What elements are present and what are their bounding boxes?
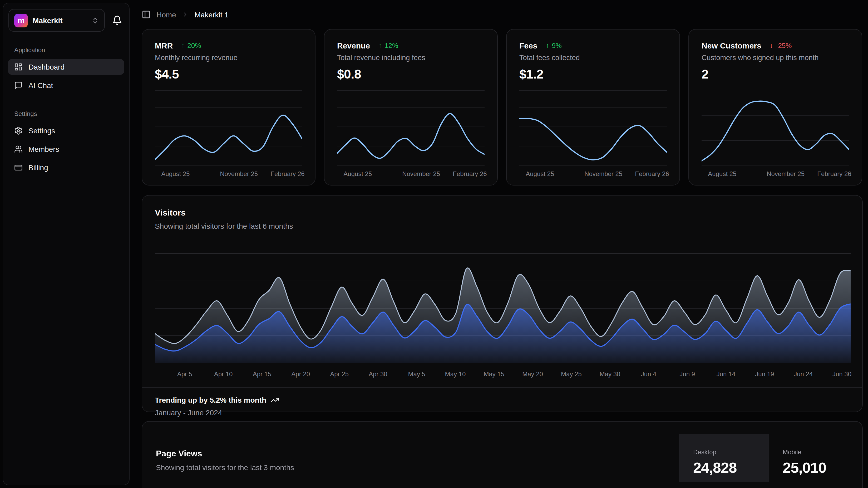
toggle-label: Desktop (693, 448, 769, 456)
sidebar-group-label: Application (8, 47, 124, 54)
chat-icon (14, 81, 23, 90)
sidebar-nav: ApplicationDashboardAI ChatSettingsSetti… (3, 32, 129, 192)
x-axis-label: Jun 14 (717, 371, 736, 378)
sidebar-item-label: Billing (28, 163, 48, 172)
stat-x-axis: August 25November 25February 26 (702, 170, 849, 179)
stat-trend-value: 12% (384, 41, 398, 50)
visitors-footer: Trending up by 5.2% this month January -… (142, 387, 862, 417)
x-axis-label: Apr 20 (291, 371, 310, 378)
x-axis-label: Jun 30 (832, 371, 851, 378)
stat-trend-badge: ↑20% (181, 41, 201, 50)
sidebar-item-members[interactable]: Members (8, 141, 124, 157)
breadcrumb-home[interactable]: Home (156, 10, 176, 19)
stat-card-new-customers: New Customers↓-25%Customers who signed u… (688, 29, 862, 185)
stat-value: $4.5 (155, 67, 302, 82)
x-axis-label: February 26 (635, 170, 669, 178)
x-axis-label: May 15 (484, 371, 504, 378)
toggle-value: 25,010 (783, 459, 858, 476)
page-views-toggle-mobile[interactable]: Mobile25,010 (769, 434, 858, 482)
x-axis-label: February 26 (817, 170, 851, 178)
x-axis-label: May 30 (600, 371, 620, 378)
stat-description: Total fees collected (519, 54, 667, 62)
stat-x-axis: August 25November 25February 26 (155, 170, 302, 179)
arrow-up-icon: ↑ (181, 41, 185, 50)
sidebar-group-label: Settings (8, 110, 124, 117)
sidebar-item-settings[interactable]: Settings (8, 123, 124, 139)
stat-trend-badge: ↓-25% (770, 41, 792, 50)
sidebar-item-label: Dashboard (28, 63, 64, 71)
sidebar-group-settings: SettingsSettingsMembersBilling (8, 110, 124, 175)
panel-left-icon (142, 10, 151, 19)
stat-x-axis: August 25November 25February 26 (519, 170, 667, 179)
stat-title: Fees (519, 41, 537, 50)
x-axis-label: November 25 (584, 170, 622, 178)
users-icon (14, 145, 23, 153)
x-axis-label: Jun 4 (641, 371, 656, 378)
x-axis-label: May 20 (522, 371, 543, 378)
breadcrumb-current: Makerkit 1 (195, 10, 228, 19)
visitors-chart: Apr 5Apr 10Apr 15Apr 20Apr 25Apr 30May 5… (155, 242, 849, 381)
page-views-toggles: Desktop24,828Mobile25,010 (679, 434, 858, 482)
stat-chart: August 25November 25February 26 (155, 104, 302, 179)
credit-card-icon (14, 163, 23, 172)
stat-value: $1.2 (519, 67, 667, 82)
visitors-card: Visitors Showing total visitors for the … (142, 195, 863, 412)
divider (519, 90, 667, 91)
x-axis-label: Jun 19 (755, 371, 774, 378)
stat-card-revenue: Revenue↑12%Total revenue including fees$… (324, 29, 498, 185)
x-axis-label: Jun 9 (679, 371, 695, 378)
x-axis-label: August 25 (343, 170, 372, 178)
visitors-trend-text: Trending up by 5.2% this month (155, 396, 266, 404)
arrow-up-icon: ↑ (546, 41, 549, 50)
arrow-up-icon: ↑ (378, 41, 382, 50)
sidebar-item-ai-chat[interactable]: AI Chat (8, 78, 124, 93)
sidebar-toggle-button[interactable] (142, 10, 151, 19)
stat-title: New Customers (702, 41, 761, 50)
sidebar-item-billing[interactable]: Billing (8, 160, 124, 175)
sidebar-item-dashboard[interactable]: Dashboard (8, 59, 124, 75)
x-axis-label: May 10 (445, 371, 466, 378)
x-axis-label: Apr 15 (253, 371, 272, 378)
x-axis-label: February 26 (271, 170, 304, 178)
x-axis-label: Apr 10 (214, 371, 233, 378)
sidebar-item-label: Settings (28, 126, 55, 135)
stat-trend-value: 9% (552, 41, 562, 50)
stat-value: 2 (702, 67, 849, 82)
breadcrumb: Home Makerkit 1 (142, 0, 863, 29)
page-views-card: Page Views Showing total visitors for th… (142, 421, 863, 488)
x-axis-label: August 25 (161, 170, 190, 178)
page-views-subtitle: Showing total visitors for the last 3 mo… (156, 463, 294, 472)
dashboard-icon (14, 63, 23, 71)
toggle-value: 24,828 (693, 459, 769, 476)
stat-chart: August 25November 25February 26 (519, 104, 667, 179)
page-views-header: Page Views Showing total visitors for th… (142, 422, 294, 488)
stat-card-mrr: MRR↑20%Monthly recurring revenue$4.5Augu… (142, 29, 315, 185)
stat-title: MRR (155, 41, 173, 50)
page-views-title: Page Views (156, 449, 294, 458)
page-views-toggle-desktop[interactable]: Desktop24,828 (679, 434, 769, 482)
arrow-down-icon: ↓ (770, 41, 773, 50)
trending-up-icon (271, 396, 279, 404)
main-content: Home Makerkit 1 MRR↑20%Monthly recurring… (142, 0, 863, 488)
stat-trend-value: 20% (187, 41, 201, 50)
stat-cards-row: MRR↑20%Monthly recurring revenue$4.5Augu… (142, 29, 863, 185)
stat-description: Customers who signed up this month (702, 54, 849, 62)
notifications-button[interactable] (112, 15, 122, 25)
visitors-x-axis: Apr 5Apr 10Apr 15Apr 20Apr 25Apr 30May 5… (155, 371, 849, 381)
stat-title: Revenue (337, 41, 370, 50)
visitors-title: Visitors (155, 208, 849, 218)
divider (155, 90, 302, 91)
chevron-right-icon (182, 11, 189, 18)
x-axis-label: May 5 (408, 371, 425, 378)
gear-icon (14, 126, 23, 135)
workspace-selector[interactable]: m Makerkit (8, 9, 105, 32)
x-axis-label: November 25 (402, 170, 440, 178)
x-axis-label: November 25 (767, 170, 805, 178)
stat-description: Total revenue including fees (337, 54, 485, 62)
bell-icon (112, 15, 122, 25)
x-axis-label: Apr 30 (369, 371, 388, 378)
x-axis-label: Apr 25 (330, 371, 349, 378)
stat-description: Monthly recurring revenue (155, 54, 302, 62)
stat-value: $0.8 (337, 67, 485, 82)
sidebar-group-application: ApplicationDashboardAI Chat (8, 47, 124, 93)
